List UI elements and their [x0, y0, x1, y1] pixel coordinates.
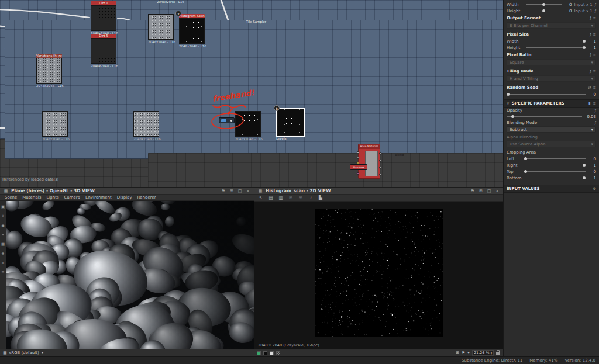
menu-camera[interactable]: Camera: [64, 195, 80, 200]
lock-icon[interactable]: [496, 352, 500, 355]
crop-bottom-slider[interactable]: [524, 176, 586, 180]
port-out-1[interactable]: [379, 152, 381, 155]
menu-icon[interactable]: ≡: [593, 53, 596, 57]
node-blend-a[interactable]: Blend 2048x2048 - L16: [42, 111, 68, 141]
copy-icon[interactable]: ▥: [278, 195, 284, 200]
port-height[interactable]: [357, 172, 359, 175]
pixel-height-value[interactable]: 1: [588, 46, 596, 50]
caret-down-icon[interactable]: ▾: [42, 351, 44, 355]
zoom-down-icon[interactable]: ▾: [491, 353, 492, 355]
height-slider[interactable]: [526, 9, 562, 13]
channel-swatch-white[interactable]: [270, 351, 274, 355]
info-icon[interactable]: i: [308, 195, 314, 200]
zoom-input[interactable]: 21.26 % ▴ ▾: [472, 350, 494, 356]
colorspace-select[interactable]: sRGB (default): [9, 351, 39, 355]
function-icon[interactable]: ƒ: [595, 9, 596, 13]
background-checker-toggle[interactable]: [276, 351, 280, 355]
gear-icon[interactable]: ⚙: [593, 186, 596, 191]
tiling-mode-dropdown[interactable]: H and V Tiling ▾: [507, 75, 596, 82]
width-value[interactable]: 0: [564, 2, 572, 7]
output-format-dropdown[interactable]: 8 Bits per Channel ▾: [507, 22, 596, 29]
blending-mode-dropdown[interactable]: Subtract ▾: [507, 126, 596, 133]
pivot-icon[interactable]: ⌖: [2, 233, 4, 237]
function-icon[interactable]: ƒ: [590, 69, 591, 74]
channel-swatch-black[interactable]: [263, 351, 267, 355]
random-seed-value[interactable]: 0: [588, 92, 596, 97]
view2d-header[interactable]: ▦ Histogram_scan - 2D VIEW ⚑ ⊞ □ ×: [254, 187, 503, 195]
crop-right-value[interactable]: 1: [588, 163, 596, 168]
alpha-blending-dropdown[interactable]: Use Source Alpha ▾: [507, 141, 596, 147]
node-tile-sampler[interactable]: Tile Sampler 2048x2048 - L16: [5, 20, 30, 50]
menu-materials[interactable]: Materials: [22, 195, 41, 200]
menu-renderer[interactable]: Renderer: [137, 195, 156, 200]
pixel-width-slider[interactable]: [526, 39, 586, 43]
cursor-icon[interactable]: ↖: [258, 195, 264, 200]
float-icon[interactable]: ⊞: [229, 189, 235, 193]
link-icon[interactable]: ⊞: [288, 195, 294, 200]
crop-left-slider[interactable]: [524, 157, 586, 161]
grid-icon[interactable]: ⊞: [456, 351, 459, 355]
crop-bottom-value[interactable]: 1: [588, 176, 596, 181]
port-out-3[interactable]: [379, 167, 381, 169]
transform-icon[interactable]: ⊞: [298, 195, 304, 200]
function-icon[interactable]: ƒ: [595, 2, 596, 7]
opacity-value[interactable]: 0.03: [584, 115, 596, 119]
graph-editor[interactable]: Tile Sampler 2048x2048 - L16 Variations …: [0, 0, 503, 187]
close-icon[interactable]: ×: [494, 189, 500, 193]
menu-icon[interactable]: ≡: [593, 16, 596, 20]
specific-parameters-header[interactable]: ∨ SPECIFIC PARAMETERS ▮ ≡: [504, 99, 599, 108]
node-dot[interactable]: [219, 117, 235, 123]
close-icon[interactable]: ×: [245, 189, 251, 193]
crop-top-value[interactable]: 0: [588, 169, 596, 174]
function-icon[interactable]: ƒ: [595, 120, 596, 125]
maximize-icon[interactable]: □: [486, 189, 492, 193]
geometry-icon[interactable]: ◈: [2, 251, 5, 256]
node-blend-c[interactable]: Blend 2048x2048 - L16: [235, 111, 261, 141]
port-out-2[interactable]: [379, 160, 381, 162]
menu-scene[interactable]: Scene: [5, 195, 17, 200]
port-basecolor[interactable]: [357, 151, 359, 154]
node-dirt-1[interactable]: Dirt 1 2048x2048 - L16: [91, 1, 116, 35]
maximize-icon[interactable]: □: [237, 189, 243, 193]
random-seed-slider[interactable]: [507, 92, 586, 96]
camera-icon[interactable]: ◉: [1, 223, 5, 228]
node-histogram-scan[interactable]: × Histogram Scan 2048x2048 - L16: [179, 14, 205, 48]
add-icon[interactable]: +: [1, 261, 4, 265]
width-slider[interactable]: [526, 2, 562, 6]
height-value[interactable]: 0: [564, 9, 572, 13]
node-shadows[interactable]: Shadows: [350, 164, 367, 170]
save-icon[interactable]: ▤: [268, 195, 274, 200]
menu-display[interactable]: Display: [117, 195, 132, 200]
menu-lights[interactable]: Lights: [46, 195, 58, 200]
node-base-material[interactable]: Base Material: [358, 144, 380, 179]
image-2d-canvas[interactable]: [315, 209, 443, 337]
pixel-height-slider[interactable]: [526, 46, 586, 50]
port-out-4[interactable]: [379, 174, 381, 176]
pixel-ratio-dropdown[interactable]: Square ▾: [507, 59, 596, 65]
node-levels-selected[interactable]: B Levels: [277, 109, 304, 136]
home-icon[interactable]: ▣: [1, 204, 5, 209]
pin-icon[interactable]: ⚑: [221, 189, 226, 193]
crop-right-slider[interactable]: [524, 163, 586, 167]
light-icon[interactable]: ☀: [1, 214, 5, 219]
view3d-header[interactable]: ▦ Plane (hi-res) - OpenGL - 3D VIEW ⚑ ⊞ …: [0, 187, 254, 195]
menu-icon[interactable]: ≡: [593, 69, 596, 74]
shuffle-icon[interactable]: ⇄: [588, 85, 591, 90]
menu-environment[interactable]: Environment: [85, 195, 112, 200]
bookmark-icon[interactable]: ▮: [588, 101, 591, 106]
function-icon[interactable]: ƒ: [590, 32, 591, 37]
port-normal[interactable]: [357, 157, 359, 159]
crop-left-value[interactable]: 0: [588, 157, 596, 161]
menu-icon[interactable]: ≡: [593, 32, 596, 37]
material-icon[interactable]: ▦: [1, 242, 5, 247]
zoom-steppers[interactable]: ▴ ▾: [491, 351, 492, 355]
histogram-icon[interactable]: ▙: [318, 195, 323, 200]
pixel-width-value[interactable]: 1: [588, 39, 596, 44]
function-icon[interactable]: ƒ: [590, 16, 591, 20]
function-icon[interactable]: ƒ: [590, 53, 591, 57]
pin-icon[interactable]: ⚑: [470, 189, 476, 193]
input-values-header[interactable]: INPUT VALUES ⚙: [504, 185, 599, 193]
node-variations[interactable]: Variations (hi-res) 2048x2048 - L16: [36, 54, 62, 88]
opacity-slider[interactable]: [507, 115, 582, 119]
function-icon[interactable]: ƒ: [595, 108, 596, 113]
